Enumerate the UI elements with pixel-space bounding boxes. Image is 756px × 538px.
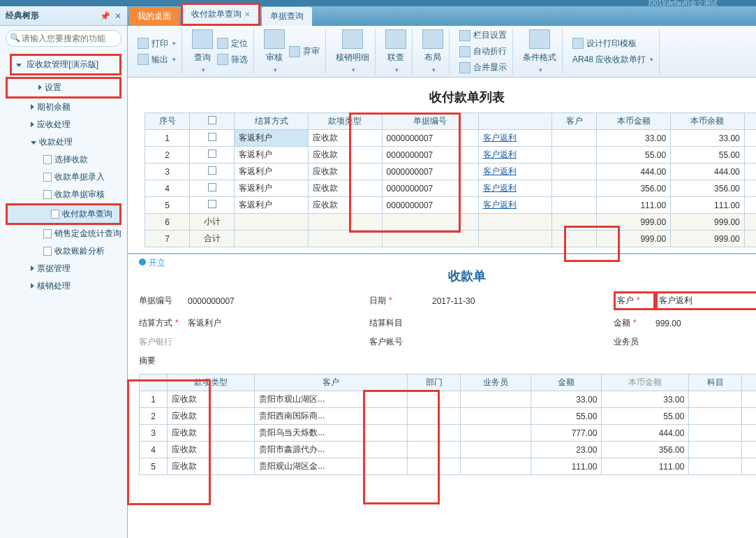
export-button[interactable]: 输出: [136, 52, 177, 67]
query-button[interactable]: 查询: [191, 28, 214, 75]
filter-button[interactable]: 筛选: [216, 52, 249, 67]
table-row[interactable]: 2客返利户应收款0000000007客户返利55.0055.00: [145, 147, 757, 163]
abandon-button[interactable]: 弃审: [288, 44, 321, 59]
table-row[interactable]: 4应收款贵阳市鑫源代办...23.00356.00: [140, 442, 757, 458]
settle-cell: 客返利户: [235, 197, 309, 214]
col-header[interactable]: 部门: [744, 113, 756, 130]
auto-wrap-button[interactable]: 自动折行: [458, 44, 508, 59]
amount-cell: 23.00: [531, 442, 602, 458]
table-row[interactable]: 4客返利户应收款0000000007客户返利356.00356.00: [145, 180, 757, 197]
col-header[interactable]: 本币金额: [597, 113, 671, 130]
table-row[interactable]: 3客返利户应收款0000000007客户返利444.00444.00: [145, 163, 757, 180]
tab-receipt-query[interactable]: 收付款单查询✕: [181, 3, 260, 26]
tree-item[interactable]: 票据管理: [0, 260, 127, 277]
col-header[interactable]: 客户: [255, 375, 408, 391]
col-header[interactable]: 款项类型: [308, 113, 382, 130]
table-row[interactable]: 5应收款贵阳观山湖区金...111.00111.00: [140, 458, 757, 475]
locate-icon: [217, 38, 228, 49]
link-cell[interactable]: 客户返利: [478, 163, 552, 180]
row-check[interactable]: [190, 130, 235, 147]
col-header[interactable]: 单据编号: [382, 113, 478, 130]
row-check[interactable]: [190, 147, 235, 163]
tree-item[interactable]: 核销处理: [0, 277, 127, 295]
design-template-button[interactable]: 设计打印模板: [571, 36, 655, 51]
col-header[interactable]: 本币金额: [602, 375, 689, 391]
col-header[interactable]: [478, 113, 552, 130]
link-cell[interactable]: 客户返利: [478, 130, 552, 147]
search-icon: 🔍: [10, 33, 20, 43]
customer-rebate-link[interactable]: 客户返利: [483, 200, 517, 210]
ar48-button[interactable]: AR48 应收收款单打: [571, 52, 655, 67]
table-row[interactable]: 1客返利户应收款0000000007客户返利33.0033.00: [145, 130, 757, 147]
col-header[interactable]: 业务员: [461, 375, 531, 391]
row-check[interactable]: [190, 197, 235, 214]
tree-item[interactable]: 收款账龄分析: [0, 242, 127, 260]
table-row[interactable]: 3应收款贵阳乌当天烁数...777.00444.00: [140, 425, 757, 442]
checkbox[interactable]: [208, 133, 216, 141]
cond-icon: [529, 29, 550, 49]
customer-rebate-link[interactable]: 客户返利: [483, 150, 517, 159]
col-header[interactable]: [140, 375, 168, 391]
col-header[interactable]: 客户: [552, 113, 597, 130]
search-input[interactable]: [6, 30, 121, 47]
tree-item[interactable]: 收付款单查询: [6, 203, 121, 225]
customer-rebate-link[interactable]: 客户返利: [483, 183, 517, 193]
link-button[interactable]: 联查: [384, 28, 408, 75]
tree-item[interactable]: 设置: [6, 77, 121, 99]
table-row[interactable]: 2应收款贵阳西南国际商...55.0055.00: [140, 408, 757, 425]
dept-cell: [744, 130, 756, 147]
merge-button[interactable]: 合并显示: [458, 60, 508, 75]
tree-item[interactable]: 收款处理: [0, 133, 127, 151]
checkbox[interactable]: [208, 166, 216, 175]
link-cell[interactable]: 客户返利: [478, 180, 552, 197]
checkbox[interactable]: [208, 116, 216, 124]
col-header[interactable]: 本币余额: [671, 113, 745, 130]
column-set-button[interactable]: 栏目设置: [458, 28, 508, 43]
customer-rebate-link[interactable]: 客户返利: [483, 133, 517, 143]
row-check[interactable]: [190, 180, 235, 197]
chevron-down-icon: [16, 64, 22, 67]
print-button[interactable]: 打印: [136, 36, 177, 51]
customer-rebate-link[interactable]: 客户返利: [483, 166, 517, 176]
pin-icon[interactable]: 📌: [100, 11, 110, 21]
tree-item[interactable]: 收款单据录入: [0, 168, 127, 186]
bank-label: 客户银行: [139, 336, 188, 348]
close-icon[interactable]: ✕: [244, 10, 250, 18]
table-row[interactable]: 5客返利户应收款0000000007客户返利111.00111.00: [145, 197, 757, 214]
cell: [235, 214, 309, 231]
col-header[interactable]: 部门: [408, 375, 461, 391]
layout-button[interactable]: 布局: [421, 28, 445, 75]
col-header[interactable]: 金额: [531, 375, 602, 391]
cell: [478, 231, 552, 247]
col-header[interactable]: 项目: [742, 375, 756, 391]
link-cell[interactable]: 客户返利: [478, 147, 552, 163]
subject-label: 结算科目: [369, 317, 432, 329]
col-header[interactable]: 款项类型: [168, 375, 255, 391]
col-header[interactable]: [190, 113, 235, 130]
tree-root[interactable]: 应收款管理[演示版]: [10, 54, 121, 75]
cond-format-button[interactable]: 条件格式: [521, 28, 558, 75]
col-header[interactable]: 序号: [145, 113, 190, 130]
tab-doc-query[interactable]: 单据查询: [262, 7, 312, 26]
checkbox[interactable]: [208, 200, 216, 208]
audit-button[interactable]: 审核: [262, 28, 286, 75]
detail-icon: [342, 29, 363, 49]
checkbox[interactable]: [208, 150, 216, 158]
checkbox[interactable]: [208, 183, 216, 191]
close-icon[interactable]: ✕: [114, 11, 121, 21]
tree-item[interactable]: 收款单据审核: [0, 186, 127, 203]
ktype-cell: 应收款: [308, 197, 382, 214]
link-cell[interactable]: 客户返利: [478, 197, 552, 214]
tree-item[interactable]: 销售定金统计查询: [0, 225, 127, 242]
tree-item[interactable]: 选择收款: [0, 151, 127, 168]
col-header[interactable]: 结算方式: [235, 113, 309, 130]
verify-detail-button[interactable]: 核销明细: [334, 28, 371, 75]
audit-icon: [264, 29, 285, 49]
col-header[interactable]: 科目: [689, 375, 742, 391]
locate-button[interactable]: 定位: [216, 36, 249, 51]
table-row[interactable]: 1应收款贵阳市观山湖区...33.0033.00: [140, 391, 757, 408]
row-check[interactable]: [190, 163, 235, 180]
tab-desktop[interactable]: 我的桌面: [129, 7, 179, 26]
tree-item[interactable]: 应收处理: [0, 116, 127, 133]
tree-item[interactable]: 期初余额: [0, 99, 127, 116]
